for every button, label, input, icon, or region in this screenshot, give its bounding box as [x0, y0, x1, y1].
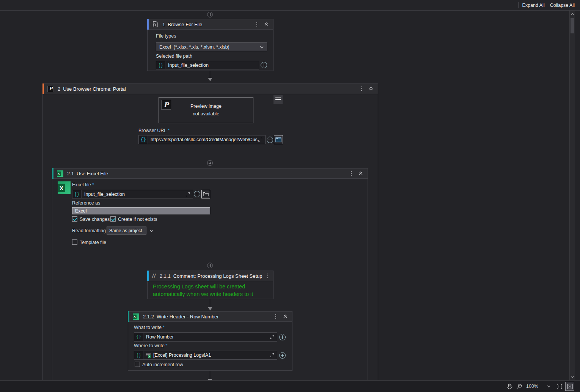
portal-favicon-icon: P: [161, 100, 171, 110]
activity-menu-icon[interactable]: [350, 170, 352, 176]
connector-arrow-icon: [208, 379, 212, 380]
scroll-down-icon[interactable]: [570, 374, 575, 379]
pan-hand-icon[interactable]: [506, 382, 513, 390]
insert-activity-button[interactable]: [207, 12, 213, 17]
braces-icon: {}: [134, 351, 143, 359]
toolbar-divider: [518, 2, 519, 8]
expand-all-button[interactable]: Expand All: [522, 3, 545, 8]
reference-as-value: Excel: [75, 208, 87, 214]
excel-file-label: Excel file*: [72, 182, 94, 187]
create-if-not-exists-checkbox[interactable]: [110, 216, 116, 222]
activity-header[interactable]: 1 Browse For File: [148, 19, 273, 30]
vertical-scrollbar[interactable]: [569, 11, 575, 380]
browser-url-label: Browser URL*: [138, 128, 170, 133]
designer-toolbar: Expand All Collapse All: [0, 0, 580, 11]
zoom-reset-icon[interactable]: [516, 382, 523, 390]
save-changes-label[interactable]: Save changes: [80, 217, 110, 222]
portal-favicon-icon: P: [47, 86, 54, 92]
plus-options-button[interactable]: [279, 352, 286, 359]
what-to-write-value: Row Number: [143, 334, 270, 340]
excel-icon: X: [57, 170, 63, 177]
activity-menu-icon[interactable]: [266, 273, 269, 279]
file-types-dropdown[interactable]: Excel (*.xlsx, *.xls, *.xlsm, *.xlsb): [156, 43, 267, 51]
collapse-all-button[interactable]: Collapse All: [550, 3, 575, 8]
activity-menu-icon[interactable]: [275, 313, 277, 320]
activity-header[interactable]: // 2.1.1 Comment: Processing Logs Sheet …: [148, 271, 273, 281]
activity-index: 2.1: [67, 171, 74, 176]
activity-header[interactable]: P 2 Use Browser Chrome: Portal: [43, 84, 378, 94]
connector-line: [210, 71, 210, 79]
zoom-level-value[interactable]: 100%: [526, 382, 538, 390]
braces-icon: {}: [72, 190, 82, 198]
open-expression-editor-icon[interactable]: [185, 192, 190, 197]
activity-menu-icon[interactable]: [256, 21, 258, 27]
read-formatting-dropdown[interactable]: Same as project: [107, 227, 146, 235]
activity-index: 2: [58, 86, 60, 92]
collapse-icon[interactable]: [358, 170, 363, 177]
excel-file-value: Input_file_selection: [82, 192, 185, 197]
collapse-icon[interactable]: [264, 21, 269, 28]
activity-menu-icon[interactable]: [360, 86, 363, 92]
open-expression-editor-icon[interactable]: [258, 137, 262, 142]
browser-url-value: https://efsportal.efsllc.com/CreditManag…: [148, 137, 258, 142]
template-file-label[interactable]: Template file: [80, 240, 106, 245]
what-to-write-field[interactable]: {} Row Number: [134, 332, 277, 342]
selected-path-label: Selected file path: [156, 54, 192, 59]
create-if-not-exists-label[interactable]: Create if not exists: [118, 217, 157, 222]
chevron-down-icon: [142, 223, 153, 239]
collapse-icon[interactable]: [283, 313, 288, 320]
auto-increment-label[interactable]: Auto increment row: [142, 362, 183, 367]
activity-index: 2.1.1: [160, 273, 171, 279]
fit-to-screen-icon[interactable]: [555, 382, 564, 391]
activity-accent-bar: [147, 271, 149, 281]
scrollbar-thumb[interactable]: [571, 18, 574, 33]
read-formatting-value: Same as project: [109, 228, 142, 233]
plus-options-button[interactable]: [279, 334, 286, 340]
excel-file-field[interactable]: {} Input_file_selection: [72, 190, 193, 198]
designer-statusbar: 100%: [0, 380, 580, 392]
save-changes-checkbox[interactable]: [72, 216, 77, 222]
plus-options-button[interactable]: [267, 137, 273, 143]
collapse-icon[interactable]: [369, 85, 373, 92]
plus-options-button[interactable]: [261, 62, 267, 68]
insert-activity-button[interactable]: [207, 263, 213, 268]
browser-url-field[interactable]: {} https://efsportal.efsllc.com/CreditMa…: [138, 135, 266, 144]
braces-icon: {}: [134, 333, 143, 341]
required-marker: *: [163, 325, 165, 330]
open-expression-editor-icon[interactable]: [270, 353, 274, 357]
activity-header[interactable]: X 2.1.2 Write Header - Row Number: [128, 312, 292, 322]
file-types-value: Excel (*.xlsx, *.xls, *.xlsm, *.xlsb): [159, 44, 229, 50]
activity-title: Write Header - Row Number: [157, 314, 219, 320]
scroll-up-icon[interactable]: [570, 11, 575, 17]
indicate-in-browser-button[interactable]: [274, 135, 283, 144]
insert-activity-button[interactable]: [207, 160, 213, 166]
expand-canvas-icon[interactable]: [565, 382, 574, 391]
preview-menu-button[interactable]: [273, 95, 283, 104]
activity-accent-bar: [128, 311, 129, 322]
excel-range-icon: [146, 353, 151, 358]
selected-path-field[interactable]: {} Input_file_selection: [156, 61, 259, 69]
activity-accent-bar: [42, 83, 44, 94]
reference-as-input[interactable]: Excel: [72, 207, 210, 214]
activity-comment[interactable]: // 2.1.1 Comment: Processing Logs Sheet …: [147, 271, 273, 299]
comment-text: Processing Logs sheet will be created au…: [148, 281, 273, 299]
chevron-down-icon: [249, 39, 264, 55]
reference-as-label: Reference as: [72, 200, 100, 206]
file-search-icon: [152, 21, 159, 28]
what-to-write-label: What to write*: [134, 325, 165, 330]
required-marker: *: [166, 343, 168, 348]
connector-arrow-icon: [208, 307, 212, 310]
auto-increment-checkbox[interactable]: [135, 362, 140, 367]
activity-header[interactable]: X 2.1 Use Excel File: [52, 168, 368, 179]
where-to-write-field[interactable]: {} [Excel] Processing Logs!A1: [134, 351, 277, 360]
read-formatting-label: Read formatting: [72, 228, 106, 233]
connector-arrow-icon: [208, 78, 212, 81]
preview-unavailable-text: Preview image not available: [190, 103, 222, 118]
plus-options-button[interactable]: [194, 191, 200, 197]
open-expression-editor-icon[interactable]: [270, 335, 274, 339]
activity-browse-for-file[interactable]: 1 Browse For File File types Excel (*.xl…: [147, 19, 273, 71]
template-file-checkbox[interactable]: [72, 239, 77, 245]
browse-folder-button[interactable]: [201, 190, 210, 198]
zoom-dropdown-icon[interactable]: [545, 382, 552, 390]
where-to-write-value: [Excel] Processing Logs!A1: [151, 353, 270, 358]
